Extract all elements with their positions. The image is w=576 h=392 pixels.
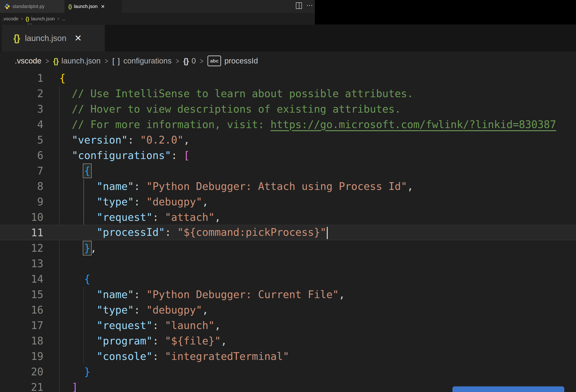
- code-line-5[interactable]: 5 "version": "0.2.0",: [0, 132, 576, 148]
- tab-standardplot-py[interactable]: standardplot.py: [0, 0, 64, 13]
- code-line-6[interactable]: 6 "configurations": [: [0, 148, 576, 163]
- line-number: 14: [0, 273, 43, 285]
- more-actions-icon[interactable]: ···: [307, 3, 313, 8]
- code-line-8[interactable]: 8 "name": "Python Debugger: Attach using…: [0, 179, 576, 194]
- breadcrumb-label: .vscode: [2, 16, 19, 22]
- code-line-9[interactable]: 9 "type": "debugpy",: [0, 194, 576, 209]
- code-line-19[interactable]: 19 "console": "integratedTerminal": [0, 348, 576, 364]
- comment-link[interactable]: https://go.microsoft.com/fwlink/?linkid=…: [271, 118, 556, 131]
- code-line-10[interactable]: 10 "request": "attach",: [0, 209, 576, 225]
- json-braces-icon: {}: [53, 56, 58, 66]
- code-line-4[interactable]: 4 // For more information, visit: https:…: [0, 117, 576, 132]
- token-pun: ,: [90, 242, 97, 254]
- line-number: 16: [0, 304, 43, 316]
- code-line-7[interactable]: 7 {: [0, 163, 576, 179]
- token-pun: :: [134, 304, 146, 316]
- token-key: "type": [97, 196, 134, 208]
- magnified-tab-launch-json[interactable]: {} launch.json ✕: [2, 25, 105, 52]
- code-line-20[interactable]: 20 }: [0, 364, 576, 379]
- breadcrumb-label: ...: [62, 16, 66, 22]
- code-text: {: [43, 165, 90, 177]
- token-key: "type": [97, 304, 134, 316]
- code-line-1[interactable]: 1{: [0, 70, 576, 86]
- line-number: 17: [0, 319, 43, 331]
- code-lines: 1{2 // Use IntelliSense to learn about p…: [0, 70, 576, 392]
- code-line-16[interactable]: 16 "type": "debugpy",: [0, 302, 576, 317]
- breadcrumb-item-launch-json[interactable]: {}launch.json: [53, 56, 101, 66]
- breadcrumb-item-0[interactable]: {}0: [183, 56, 196, 66]
- close-tab-icon[interactable]: ✕: [74, 33, 82, 43]
- text-cursor: [327, 227, 328, 239]
- token-key: "configurations": [72, 149, 171, 161]
- code-line-15[interactable]: 15 "name": "Python Debugger: Current Fil…: [0, 287, 576, 302]
- code-line-11[interactable]: 11 "processId": "${command:pickProcess}": [0, 225, 576, 240]
- token-com: // Hover to view descriptions of existin…: [72, 103, 401, 115]
- breadcrumb-item-launch-json[interactable]: {}launch.json: [26, 16, 55, 22]
- token-b0: {: [59, 72, 66, 84]
- vscode-window: standardplot.py {} launch.json ✕ ··· .vs…: [0, 0, 576, 392]
- token-key: "name": [97, 180, 134, 192]
- breadcrumb-item--vscode[interactable]: .vscode: [2, 16, 19, 22]
- token-pun: :: [134, 196, 146, 208]
- code-text: "program": "${file}",: [43, 335, 227, 347]
- token-pun: ,: [214, 211, 221, 223]
- code-editor[interactable]: 1{2 // Use IntelliSense to learn about p…: [0, 70, 576, 392]
- close-tab-icon[interactable]: ✕: [101, 4, 105, 9]
- breadcrumb-label: launch.json: [61, 56, 101, 65]
- token-key: "console": [97, 350, 152, 362]
- token-pun: :: [128, 134, 140, 146]
- code-text: {: [43, 273, 90, 285]
- code-text: "console": "integratedTerminal": [43, 350, 289, 362]
- token-key: "program": [97, 335, 152, 347]
- matched-bracket: }: [84, 242, 90, 254]
- chevron-right-icon: >: [105, 56, 108, 66]
- token-str: "integratedTerminal": [165, 350, 289, 362]
- breadcrumb-label: launch.json: [31, 16, 55, 22]
- breadcrumb-label: processId: [224, 56, 258, 65]
- tab-launch-json[interactable]: {} launch.json ✕: [64, 0, 122, 13]
- token-pun: ,: [184, 134, 190, 146]
- code-text: "name": "Python Debugger: Current File",: [43, 288, 345, 300]
- code-line-2[interactable]: 2 // Use IntelliSense to learn about pos…: [0, 86, 576, 101]
- token-str: "Python Debugger: Attach using Process I…: [146, 180, 407, 192]
- token-key: "request": [97, 211, 152, 223]
- code-text: },: [43, 242, 97, 254]
- token-str: "Python Debugger: Current File": [146, 288, 339, 300]
- token-pun: :: [152, 350, 165, 362]
- code-line-12[interactable]: 12 },: [0, 240, 576, 256]
- line-number: 10: [0, 211, 43, 223]
- breadcrumb-item--[interactable]: ...: [62, 16, 66, 22]
- breadcrumb-label: 0: [192, 56, 196, 65]
- magnified-tab-strip: {} launch.json ✕: [0, 25, 576, 52]
- add-configuration-button[interactable]: [453, 386, 564, 392]
- token-pun: :: [171, 149, 184, 161]
- code-line-3[interactable]: 3 // Hover to view descriptions of exist…: [0, 101, 576, 117]
- json-braces-icon: {}: [68, 3, 72, 10]
- tab-label: launch.json: [25, 33, 66, 43]
- token-pun: :: [152, 211, 165, 223]
- code-line-18[interactable]: 18 "program": "${file}",: [0, 333, 576, 348]
- token-str: "${file}": [165, 335, 221, 347]
- token-pun: ,: [202, 196, 208, 208]
- token-str: "debugpy": [146, 304, 202, 316]
- tab-label: launch.json: [74, 4, 97, 9]
- code-line-13[interactable]: 13: [0, 256, 576, 271]
- code-text: "processId": "${command:pickProcess}": [43, 226, 328, 239]
- code-text: {: [43, 72, 66, 84]
- line-number: 19: [0, 350, 43, 362]
- code-line-17[interactable]: 17 "request": "launch",: [0, 317, 576, 333]
- json-braces-icon: {}: [26, 16, 29, 22]
- split-editor-icon[interactable]: [296, 2, 302, 9]
- chevron-right-icon: >: [175, 56, 179, 66]
- token-b1: [: [184, 149, 190, 161]
- token-str: "launch": [165, 319, 214, 331]
- code-text: ]: [43, 381, 78, 392]
- breadcrumb-label: configurations: [123, 56, 171, 65]
- breadcrumb-item-processid[interactable]: abcprocessId: [207, 55, 258, 66]
- code-line-14[interactable]: 14 {: [0, 271, 576, 287]
- token-b2: {: [84, 273, 90, 285]
- breadcrumb-item--vscode[interactable]: .vscode: [15, 56, 41, 65]
- breadcrumb-item-configurations[interactable]: [ ]configurations: [112, 56, 172, 66]
- token-key: "version": [72, 134, 128, 146]
- token-b1: ]: [72, 381, 78, 392]
